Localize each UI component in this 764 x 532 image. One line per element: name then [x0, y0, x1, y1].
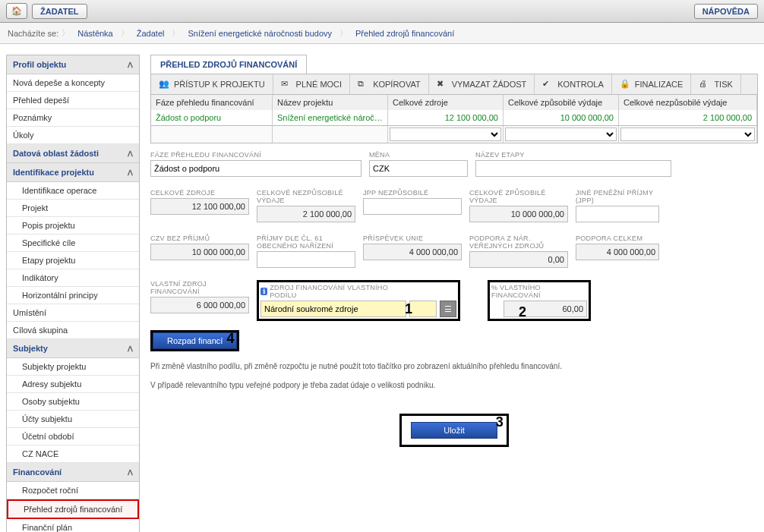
gh-czv: Celkové způsobilé výdaje — [504, 95, 619, 110]
inp-etapa[interactable] — [475, 160, 671, 177]
chevron-up-icon: ᐱ — [128, 61, 133, 69]
gh-cz: Celkové zdroje — [388, 95, 504, 110]
grid-filters — [150, 126, 758, 143]
inp-zfvp[interactable] — [260, 301, 406, 317]
side-cile[interactable]: Specifické cíle — [7, 235, 139, 252]
side-popis[interactable]: Popis projektu — [7, 217, 139, 235]
inp-zfvp-code[interactable] — [409, 301, 437, 317]
side-osoby[interactable]: Osoby subjektu — [7, 393, 139, 411]
lbl-etapa: NÁZEV ETAPY — [475, 151, 671, 159]
note-1: Při změně vlastního podílu, při změně ro… — [150, 362, 758, 370]
side-hdr-datova[interactable]: Datová oblast žádostiᐱ — [7, 144, 139, 163]
side-ident-operace[interactable]: Identifikace operace — [7, 182, 139, 200]
inp-jppn[interactable] — [363, 198, 462, 215]
mark-2: 2 — [519, 304, 526, 320]
side-cznace[interactable]: CZ NACE — [7, 445, 139, 463]
mark-1: 1 — [405, 301, 412, 317]
envelope-icon: ✉ — [281, 79, 292, 90]
gh-faze: Fáze přehledu financování — [151, 95, 273, 110]
mark-4: 4 — [226, 331, 234, 347]
lbl-zfvp: ℹZDROJ FINANCOVÁNÍ VLASTNÍHO PODÍLU — [260, 284, 406, 299]
crumb-projekt[interactable]: Snížení energetické náročnosti budovy — [183, 29, 336, 38]
gr-faze: Žádost o podporu — [151, 110, 273, 125]
tb-plnemoci[interactable]: ✉PLNÉ MOCI — [273, 74, 351, 94]
side-poznamky[interactable]: Poznámky — [7, 109, 139, 127]
inp-cnv — [257, 206, 355, 222]
side-rozpocet[interactable]: Rozpočet roční — [7, 482, 139, 499]
chevron-up-icon: ᐱ — [128, 150, 133, 158]
crumb-nastenka[interactable]: Nástěnka — [73, 29, 117, 38]
inp-czv — [469, 206, 568, 222]
grid-header: Fáze přehledu financování Název projektu… — [150, 95, 758, 110]
side-hdr-fin[interactable]: Financováníᐱ — [7, 463, 139, 482]
side-prehled-depesi[interactable]: Přehled depeší — [7, 92, 139, 109]
chevron-up-icon: ᐱ — [128, 345, 133, 353]
check-icon: ✔ — [542, 79, 553, 90]
note-2: V případě relevantního typu veřejné podp… — [150, 381, 758, 389]
lbl-jppn: JPP NEZPŮSOBILÉ — [363, 189, 462, 197]
tb-kontrola[interactable]: ✔KONTROLA — [535, 74, 612, 94]
inp-mena[interactable] — [369, 160, 468, 177]
lbl-p61: PŘÍJMY DLE ČL. 61 OBECNÉHO NAŘÍZENÍ — [257, 235, 355, 250]
inp-jpp[interactable] — [576, 206, 659, 222]
side-prehled-zdroju[interactable]: Přehled zdrojů financování — [7, 499, 139, 519]
napoveda-button[interactable]: NÁPOVĚDA — [694, 4, 758, 19]
crumb-zadatel[interactable]: Žadatel — [132, 29, 169, 38]
side-cilova[interactable]: Cílová skupina — [7, 322, 139, 339]
side-umisteni[interactable]: Umístění — [7, 304, 139, 322]
tb-finalizace[interactable]: 🔒FINALIZACE — [612, 74, 692, 94]
side-nova-depese[interactable]: Nová depeše a koncepty — [7, 74, 139, 92]
side-etapy[interactable]: Etapy projektu — [7, 252, 139, 269]
tab-prehled[interactable]: PŘEHLED ZDROJŮ FINANCOVÁNÍ — [150, 55, 307, 74]
side-ucty[interactable]: Účty subjektu — [7, 411, 139, 428]
side-finplan[interactable]: Finanční plán — [7, 519, 139, 532]
ulozit-button[interactable]: Uložit — [411, 422, 497, 439]
lbl-pu: PŘÍSPĚVEK UNIE — [363, 235, 462, 242]
lbl-pnvz: PODPORA Z NÁR. VEŘEJNÝCH ZDROJŮ — [469, 235, 568, 250]
lbl-czv: CELKOVÉ ZPŮSOBILÉ VÝDAJE — [469, 189, 568, 204]
side-hdr-subjekty[interactable]: Subjektyᐱ — [7, 339, 139, 358]
people-icon: 👥 — [159, 79, 169, 90]
grid-row[interactable]: Žádost o podporu Snížení energetické nár… — [150, 110, 758, 126]
lbl-vzf: VLASTNÍ ZDROJ FINANCOVÁNÍ — [150, 280, 249, 295]
side-hdr-ident[interactable]: Identifikace projektuᐱ — [7, 163, 139, 182]
side-indikatory[interactable]: Indikátory — [7, 269, 139, 287]
side-adresy[interactable]: Adresy subjektu — [7, 376, 139, 393]
inp-pnvz — [469, 251, 568, 268]
tb-kopirovat[interactable]: ⧉KOPÍROVAT — [350, 74, 429, 94]
inp-pvf — [504, 301, 587, 317]
inp-cz — [150, 198, 249, 215]
box-2: % VLASTNÍHO FINANCOVÁNÍ 2 — [488, 280, 591, 321]
chevron-up-icon: ᐱ — [128, 168, 133, 177]
side-ucetni[interactable]: Účetní období — [7, 428, 139, 445]
crumb-prehled[interactable]: Přehled zdrojů financování — [351, 29, 459, 38]
lookup-button[interactable]: ☰ — [440, 301, 456, 317]
side-subj-proj[interactable]: Subjekty projektu — [7, 358, 139, 376]
side-projekt[interactable]: Projekt — [7, 200, 139, 217]
inp-p61[interactable] — [257, 251, 355, 268]
delete-icon: ✖ — [437, 79, 447, 90]
side-horiz[interactable]: Horizontální principy — [7, 287, 139, 304]
filter-cz[interactable] — [390, 127, 501, 141]
zadatel-button[interactable]: ŽADATEL — [32, 4, 87, 19]
tb-tisk[interactable]: 🖨TISK — [691, 74, 740, 94]
filter-czv[interactable] — [505, 127, 617, 141]
toolbar: 👥PŘÍSTUP K PROJEKTU ✉PLNÉ MOCI ⧉KOPÍROVA… — [150, 74, 758, 95]
info-icon: ℹ — [260, 288, 267, 295]
tb-vymazat[interactable]: ✖VYMAZAT ŽÁDOST — [429, 74, 535, 94]
gr-nazev: Snížení energetické náročnosti... — [273, 110, 388, 125]
home-button[interactable]: 🏠 — [6, 3, 27, 19]
filter-cnv[interactable] — [620, 127, 755, 141]
copy-icon: ⧉ — [358, 79, 368, 90]
side-ukoly[interactable]: Úkoly — [7, 127, 139, 144]
gr-cz: 12 100 000,00 — [388, 110, 504, 125]
sidebar: Profil objektuᐱ Nová depeše a koncepty P… — [6, 55, 140, 532]
inp-pc — [576, 244, 659, 260]
rozpad-button[interactable]: Rozpad financí — [153, 332, 237, 349]
inp-faze[interactable] — [150, 160, 361, 177]
chevron-up-icon: ᐱ — [128, 468, 133, 477]
side-hdr-profil[interactable]: Profil objektuᐱ — [7, 55, 139, 74]
gr-czv: 10 000 000,00 — [504, 110, 619, 125]
lock-icon: 🔒 — [620, 79, 630, 90]
tb-pristup[interactable]: 👥PŘÍSTUP K PROJEKTU — [151, 74, 273, 94]
